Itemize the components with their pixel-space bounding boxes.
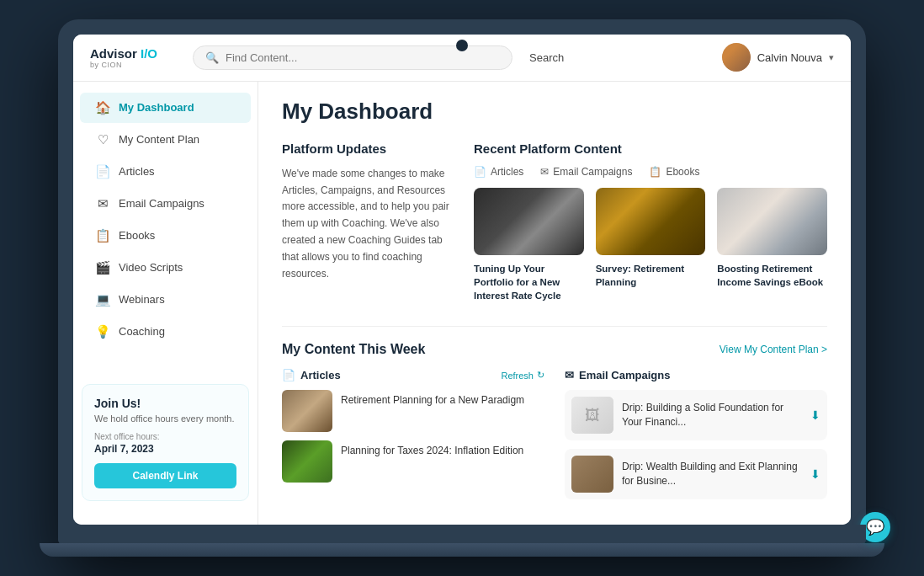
sidebar-item-label: Video Scripts [119, 261, 183, 274]
download-icon-2[interactable]: ⬇ [810, 467, 820, 481]
sidebar-item-email-campaigns[interactable]: ✉ Email Campaigns [80, 189, 251, 219]
sidebar-item-label: Ebooks [119, 229, 155, 242]
sidebar-item-articles[interactable]: 📄 Articles [80, 157, 251, 187]
tab-articles[interactable]: 📄 Articles [474, 166, 523, 178]
week-title: My Content This Week [282, 342, 425, 357]
card-image-survey [596, 188, 706, 255]
articles-col-header: 📄 Articles Refresh ↻ [282, 369, 544, 381]
list-item[interactable]: Retirement Planning for a New Paradigm [282, 390, 544, 432]
heart-icon: ♡ [95, 132, 110, 147]
logo-sub: by CION [90, 61, 183, 69]
sidebar-item-video-scripts[interactable]: 🎬 Video Scripts [80, 253, 251, 283]
join-us-title: Join Us! [94, 397, 236, 410]
email-col-header: ✉ Email Campaigns [565, 369, 827, 381]
view-plan-link[interactable]: View My Content Plan > [720, 344, 827, 355]
email-title-2: Drip: Wealth Building and Exit Planning … [622, 460, 802, 488]
tab-ebooks[interactable]: 📋 Ebooks [649, 166, 699, 178]
email-thumb-img-2 [571, 456, 613, 493]
email-campaigns-column: ✉ Email Campaigns 🖼 Drip: [565, 369, 827, 508]
chevron-down-icon: ▾ [829, 52, 834, 63]
articles-tab-icon: 📄 [474, 166, 486, 178]
book-icon: 📋 [95, 228, 110, 243]
main-layout: 🏠 My Dashboard ♡ My Content Plan 📄 Artic… [73, 82, 851, 525]
sidebar-item-label: Coaching [119, 325, 165, 338]
sidebar-item-content-plan[interactable]: ♡ My Content Plan [80, 125, 251, 155]
join-us-card: Join Us! We hold office hours every mont… [82, 384, 249, 501]
list-item[interactable]: 🖼 Drip: Building a Solid Foundation for … [565, 390, 827, 440]
card-title-articles: Tuning Up Your Portfolio for a New Inter… [474, 262, 584, 302]
avatar [722, 43, 751, 72]
article-title-1: Retirement Planning for a New Paradigm [341, 390, 524, 432]
articles-column: 📄 Articles Refresh ↻ Retirement [282, 369, 544, 508]
card-image-articles [474, 188, 584, 255]
articles-tab-label: Articles [491, 166, 523, 178]
laptop-bottom [58, 525, 866, 543]
card-title-survey: Survey: Retirement Planning [596, 262, 706, 289]
card-image-ebook [717, 188, 827, 255]
refresh-label: Refresh [501, 371, 534, 381]
recent-content-heading: Recent Platform Content [474, 141, 827, 156]
email-title-1: Drip: Building a Solid Foundation for Yo… [622, 401, 802, 429]
article-thumbnail-2 [282, 440, 332, 483]
list-item[interactable]: Drip: Wealth Building and Exit Planning … [565, 449, 827, 499]
placeholder-icon: 🖼 [585, 407, 600, 424]
list-item[interactable]: Planning for Taxes 2024: Inflation Editi… [282, 440, 544, 483]
email-thumbnail-1: 🖼 [571, 397, 613, 434]
page-title: My Dashboard [282, 99, 827, 125]
download-icon[interactable]: ⬇ [810, 408, 820, 422]
ebooks-tab-label: Ebooks [666, 166, 699, 178]
articles-col-label: Articles [300, 369, 341, 381]
content-area: My Dashboard Platform Updates We've made… [258, 82, 851, 525]
ebooks-tab-icon: 📋 [649, 166, 661, 178]
sidebar-item-ebooks[interactable]: 📋 Ebooks [80, 221, 251, 251]
join-us-subtitle: We hold office hours every month. [94, 413, 236, 424]
week-header: My Content This Week View My Content Pla… [282, 342, 827, 357]
platform-updates-heading: Platform Updates [282, 141, 450, 156]
user-area[interactable]: Calvin Nouva ▾ [722, 43, 834, 72]
email-campaigns-tab-icon: ✉ [540, 166, 549, 178]
sidebar-item-label: My Dashboard [119, 101, 194, 114]
email-icon: ✉ [95, 196, 110, 211]
content-card-survey[interactable]: Survey: Retirement Planning [596, 188, 706, 302]
search-icon: 🔍 [205, 51, 219, 64]
monitor-icon: 💻 [95, 292, 110, 307]
calendly-button[interactable]: Calendly Link [94, 463, 236, 488]
card-title-ebook: Boosting Retirement Income Savings eBook [717, 262, 827, 289]
email-thumbnail-2 [571, 456, 613, 493]
sidebar-item-label: Articles [119, 165, 155, 178]
articles-col-title: 📄 Articles [282, 369, 341, 381]
email-col-icon: ✉ [565, 369, 574, 381]
article-title-2: Planning for Taxes 2024: Inflation Editi… [341, 440, 523, 483]
tab-email-campaigns[interactable]: ✉ Email Campaigns [540, 166, 632, 178]
lightbulb-icon: 💡 [95, 324, 110, 339]
refresh-icon: ↻ [537, 370, 544, 381]
recent-platform-content: Recent Platform Content 📄 Articles ✉ Ema… [474, 141, 827, 302]
sidebar-item-webinars[interactable]: 💻 Webinars [80, 285, 251, 315]
my-content-this-week: My Content This Week View My Content Pla… [282, 326, 827, 508]
video-icon: 🎬 [95, 260, 110, 275]
sidebar-item-label: Webinars [119, 293, 165, 306]
content-tabs: 📄 Articles ✉ Email Campaigns 📋 Ebooks [474, 166, 827, 178]
sidebar: 🏠 My Dashboard ♡ My Content Plan 📄 Artic… [73, 82, 258, 525]
email-col-label: Email Campaigns [579, 369, 670, 381]
content-card-ebook[interactable]: Boosting Retirement Income Savings eBook [717, 188, 827, 302]
email-campaigns-tab-label: Email Campaigns [553, 166, 632, 178]
week-columns: 📄 Articles Refresh ↻ Retirement [282, 369, 827, 508]
platform-updates: Platform Updates We've made some changes… [282, 141, 450, 302]
refresh-button[interactable]: Refresh ↻ [501, 370, 544, 381]
sidebar-item-coaching[interactable]: 💡 Coaching [80, 317, 251, 347]
two-col-section: Platform Updates We've made some changes… [282, 141, 827, 302]
articles-col-icon: 📄 [282, 369, 295, 381]
search-input[interactable] [226, 51, 500, 64]
office-hours-label: Next office hours: [94, 432, 236, 441]
sidebar-item-label: My Content Plan [119, 133, 199, 146]
sidebar-item-label: Email Campaigns [119, 197, 204, 210]
office-hours-date: April 7, 2023 [94, 443, 236, 455]
logo-text: Advisor I/O [90, 46, 183, 61]
content-cards: Tuning Up Your Portfolio for a New Inter… [474, 188, 827, 302]
document-icon: 📄 [95, 164, 110, 179]
search-button[interactable]: Search [523, 48, 571, 67]
camera-notch [456, 40, 468, 51]
sidebar-item-dashboard[interactable]: 🏠 My Dashboard [80, 93, 251, 123]
content-card-articles[interactable]: Tuning Up Your Portfolio for a New Inter… [474, 188, 584, 302]
